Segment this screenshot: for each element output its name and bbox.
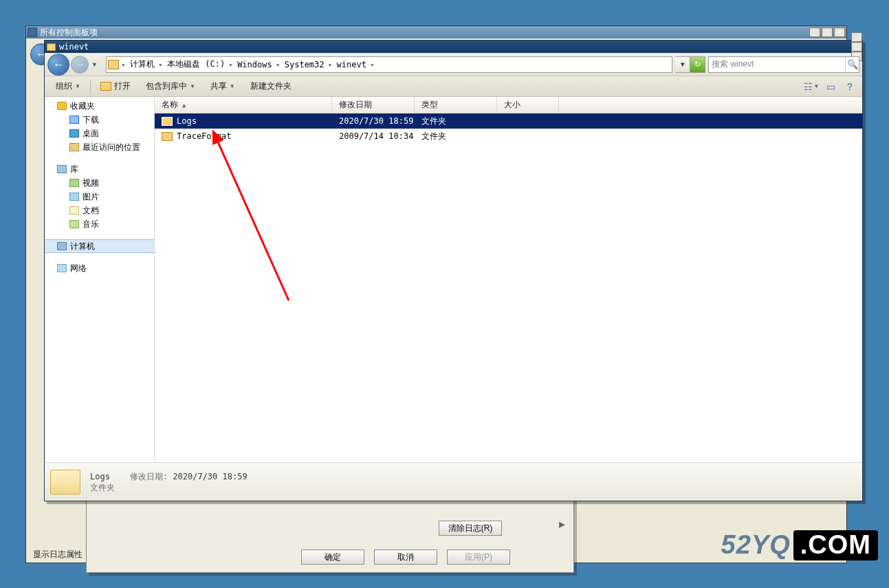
folder-open-icon: [100, 82, 111, 91]
clear-log-button[interactable]: 清除日志(R): [439, 521, 502, 536]
address-folder-icon: [108, 60, 119, 69]
details-date: 2020/7/30 18:59: [173, 472, 247, 481]
column-date[interactable]: 修改日期: [332, 97, 415, 113]
open-label: 打开: [114, 80, 131, 92]
help-button[interactable]: ?: [843, 81, 857, 92]
sidebar-item-pictures[interactable]: 图片: [45, 190, 154, 204]
include-label: 包含到库中: [146, 80, 187, 92]
recent-icon: [69, 143, 79, 151]
nav-history-dropdown[interactable]: ▼: [90, 61, 99, 68]
sidebar-item-music[interactable]: 音乐: [45, 217, 154, 231]
sidebar-item-label: 桌面: [83, 128, 99, 140]
sidebar-network[interactable]: 网络: [45, 261, 154, 275]
file-date: 2009/7/14 10:34: [332, 131, 415, 141]
apply-button[interactable]: 应用(P): [447, 549, 510, 565]
minimize-button[interactable]: _: [851, 32, 862, 42]
file-row-logs[interactable]: Logs 2020/7/30 18:59 文件夹: [155, 113, 862, 129]
address-bar[interactable]: ▸ 计算机 ▸ 本地磁盘 (C:) ▸ Windows ▸ System32 ▸…: [106, 56, 672, 73]
watermark: 52YQ.COM: [721, 530, 878, 560]
view-options-button[interactable]: ☷▼: [804, 81, 818, 92]
details-type: 文件夹: [90, 482, 248, 493]
breadcrumb[interactable]: System32: [281, 57, 329, 72]
watermark-left: 52YQ: [721, 530, 791, 559]
folder-icon: [162, 117, 173, 126]
breadcrumb[interactable]: 本地磁盘 (C:): [163, 57, 229, 72]
column-headers: 名称▲ 修改日期 类型 大小: [155, 97, 862, 113]
sidebar-item-label: 视频: [83, 177, 99, 189]
back-close-button[interactable]: ✕: [834, 28, 845, 37]
sidebar-favorites[interactable]: 收藏夹: [45, 99, 154, 113]
folder-icon: [47, 43, 56, 51]
sidebar-item-label: 最近访问的位置: [83, 142, 140, 153]
file-type: 文件夹: [415, 116, 497, 127]
navigation-pane[interactable]: 收藏夹 下载 桌面 最近访问的位置 库: [45, 97, 155, 461]
column-type[interactable]: 类型: [415, 97, 497, 113]
content-split: 收藏夹 下载 桌面 最近访问的位置 库: [45, 97, 862, 461]
sidebar-item-label: 音乐: [83, 219, 99, 230]
video-icon: [69, 179, 79, 187]
scroll-right-icon[interactable]: ▸: [559, 516, 565, 532]
breadcrumb[interactable]: 计算机: [126, 57, 159, 72]
nav-forward-button[interactable]: →: [71, 56, 89, 74]
chevron-right-icon[interactable]: ▸: [371, 61, 375, 68]
file-type: 文件夹: [415, 131, 497, 142]
column-size[interactable]: 大小: [497, 97, 559, 113]
folder-icon: [162, 132, 173, 141]
address-dropdown[interactable]: ▾: [675, 56, 690, 73]
document-icon: [69, 206, 79, 215]
explorer-titlebar[interactable]: winevt _ □ ✕: [45, 41, 862, 53]
nav-back-button[interactable]: ←: [47, 54, 69, 76]
explorer-window: winevt _ □ ✕ ← → ▼ ▸ 计算机 ▸ 本地磁盘 (C:) ▸ W…: [44, 40, 863, 501]
sidebar-item-desktop[interactable]: 桌面: [45, 127, 154, 140]
back-titlebar[interactable]: 所有控制面板项 _ □ ✕: [26, 26, 846, 39]
picture-icon: [69, 193, 79, 201]
sidebar-computer[interactable]: 计算机: [45, 239, 154, 253]
open-button[interactable]: 打开: [95, 78, 136, 95]
maximize-button[interactable]: □: [851, 42, 862, 52]
watermark-right: .COM: [793, 530, 878, 560]
sidebar-item-recent[interactable]: 最近访问的位置: [45, 140, 154, 154]
desktop-icon: [69, 129, 79, 138]
details-date-label: 修改日期:: [130, 472, 168, 481]
refresh-button[interactable]: ↻: [690, 56, 705, 73]
breadcrumb[interactable]: winevt: [333, 57, 371, 72]
sort-asc-icon: ▲: [182, 102, 186, 109]
search-icon[interactable]: 🔍: [845, 57, 859, 72]
share-label: 共享: [210, 80, 227, 92]
details-name: Logs: [90, 472, 110, 481]
newfolder-label: 新建文件夹: [250, 80, 292, 92]
new-folder-button[interactable]: 新建文件夹: [245, 78, 297, 95]
back-minimize-button[interactable]: _: [809, 28, 820, 37]
breadcrumb[interactable]: Windows: [233, 57, 276, 72]
library-icon: [57, 165, 67, 173]
sidebar-library[interactable]: 库: [45, 162, 154, 176]
sidebar-item-downloads[interactable]: 下载: [45, 113, 154, 127]
file-name: Logs: [177, 116, 197, 126]
back-maximize-button[interactable]: □: [822, 28, 833, 37]
preview-pane-button[interactable]: ▭: [824, 81, 837, 92]
include-library-menu[interactable]: 包含到库中▼: [140, 78, 201, 95]
toolbar: 组织▼ 打开 包含到库中▼ 共享▼ 新建文件夹 ☷▼ ▭ ?: [45, 76, 862, 97]
cancel-button[interactable]: 取消: [374, 549, 437, 565]
file-list-pane: 名称▲ 修改日期 类型 大小 Logs 2020/7/30 18:59 文件夹 …: [155, 97, 862, 461]
search-placeholder: 搜索 winevt: [712, 58, 754, 70]
sidebar-item-label: 文档: [83, 205, 99, 217]
share-menu[interactable]: 共享▼: [205, 78, 241, 95]
star-icon: [57, 102, 67, 110]
control-panel-icon: [28, 28, 37, 37]
sidebar-item-videos[interactable]: 视频: [45, 176, 154, 190]
sidebar-label: 网络: [70, 263, 87, 274]
column-name[interactable]: 名称▲: [155, 97, 332, 113]
file-row-traceformat[interactable]: TraceFormat 2009/7/14 10:34 文件夹: [155, 129, 862, 144]
sidebar-item-label: 图片: [83, 191, 99, 203]
music-icon: [69, 220, 79, 228]
sidebar-label: 库: [70, 164, 78, 175]
download-icon: [69, 116, 79, 124]
window-title: winevt: [59, 42, 89, 52]
search-input[interactable]: 搜索 winevt 🔍: [708, 56, 859, 73]
organize-label: 组织: [56, 80, 72, 92]
organize-menu[interactable]: 组织▼: [50, 78, 86, 95]
status-text: 显示日志属性: [33, 549, 83, 560]
sidebar-item-documents[interactable]: 文档: [45, 204, 154, 217]
ok-button[interactable]: 确定: [301, 549, 364, 565]
